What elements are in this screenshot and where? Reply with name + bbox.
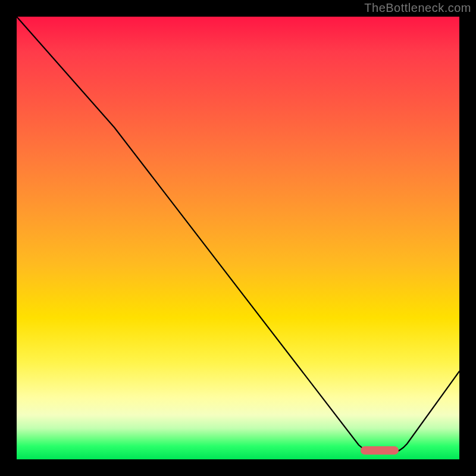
target-range-marker (361, 446, 399, 455)
chart-plot-area (17, 17, 459, 459)
bottleneck-curve (17, 17, 459, 459)
watermark-text: TheBottleneck.com (364, 1, 471, 15)
chart-frame: TheBottleneck.com (0, 0, 476, 476)
